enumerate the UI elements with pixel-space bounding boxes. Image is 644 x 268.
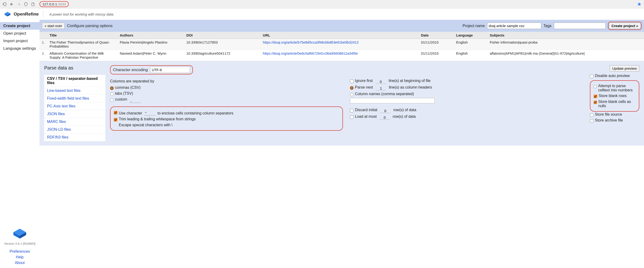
cell-url: https://doaj.org/article/b75e8d5cca3f46c…: [260, 39, 419, 50]
trim-checkbox[interactable]: Trim leading & trailing whitespace from …: [114, 116, 339, 122]
format-line-based[interactable]: Line-based text files: [44, 87, 105, 95]
url-bar[interactable]: 127.0.0.1:3333: [38, 1, 70, 8]
url-host: 127.0.0.1: [42, 2, 57, 6]
cell-url: https://doaj.org/article/0edc5af6672641c…: [260, 50, 419, 61]
data-preview-table: Title Authors DOI URL Date Language Subj…: [40, 32, 644, 61]
discard-initial-checkbox[interactable]: Discard initial row(s) of data: [350, 107, 583, 114]
sidebar-item-open-project[interactable]: Open project: [3, 30, 40, 37]
cell-authors: Flavia Pennini|Angelo Plastino: [117, 39, 184, 50]
page-icon[interactable]: [30, 2, 35, 7]
app-name: OpenRefine: [14, 12, 39, 17]
cell-date: 01/11/2015: [419, 50, 454, 61]
forward-icon[interactable]: [16, 2, 21, 7]
store-archive-checkbox[interactable]: Store archive file: [590, 118, 639, 123]
app-header: OpenRefine A power tool for working with…: [0, 9, 644, 20]
cell-language: English: [454, 50, 487, 61]
col-subjects: Subjects: [487, 32, 644, 39]
store-blank-rows-checkbox[interactable]: Store blank rows: [594, 93, 636, 99]
configure-label: Configure parsing options: [67, 24, 113, 28]
sidebar-item-language-settings[interactable]: Language settings: [3, 45, 40, 52]
ignore-first-checkbox[interactable]: Ignore first line(s) at beginning of fil…: [350, 78, 583, 85]
start-over-button[interactable]: « start over: [42, 23, 65, 29]
format-rdf-n3[interactable]: RDF/N3 files: [44, 134, 105, 141]
parse-options-panel: Parse data as CSV / TSV / separator-base…: [40, 61, 644, 146]
format-json[interactable]: JSON files: [44, 110, 105, 118]
ignore-first-input[interactable]: [376, 80, 386, 84]
back-icon[interactable]: [10, 2, 14, 7]
encoding-input[interactable]: [150, 67, 190, 73]
sep-tabs-radio[interactable]: tabs (TSV): [110, 91, 343, 97]
sidebar-item-import-project[interactable]: Import project: [3, 37, 40, 45]
col-url: URL: [260, 32, 419, 39]
divider: [43, 11, 43, 18]
cell-subjects: Fisher information|quasi-proba: [487, 39, 644, 50]
content: « start over Configure parsing options P…: [40, 20, 644, 146]
cell-authors: Naveed Aslam|Peter C. Wynn: [117, 50, 184, 61]
parse-next-input[interactable]: [376, 86, 386, 90]
load-most-input[interactable]: [380, 115, 390, 120]
table-row: 1. The Fisher Thermodynamics of Quasi-Pr…: [40, 39, 644, 50]
action-bar: « start over Configure parsing options P…: [40, 20, 644, 32]
table-row: 2. Aflatoxin Contamination of the Milk S…: [40, 50, 644, 61]
format-json-ld[interactable]: JSON-LD files: [44, 126, 105, 134]
sep-commas-radio[interactable]: commas (CSV): [110, 85, 343, 91]
bookmark-star-icon[interactable]: ★: [637, 1, 642, 7]
store-blank-cells-checkbox[interactable]: Store blank cells as nulls: [594, 99, 636, 109]
format-list: CSV / TSV / separator-based files Line-b…: [44, 75, 105, 141]
cell-date: 01/11/2015: [419, 39, 454, 50]
load-most-checkbox[interactable]: Load at most row(s) of data: [350, 114, 583, 120]
url-link[interactable]: https://doaj.org/article/0edc5af6672641c…: [263, 51, 358, 55]
cell-language: English: [454, 39, 487, 50]
app-tagline: A power tool for working with messy data…: [50, 12, 114, 16]
format-csv[interactable]: CSV / TSV / separator-based files: [44, 75, 105, 87]
parse-next-radio[interactable]: Parse next line(s) as column headers: [350, 85, 583, 91]
cell-doi: 10.3390/agriculture5041172: [184, 50, 260, 61]
url-port: :3333: [57, 2, 66, 6]
format-pc-axis[interactable]: PC-Axis text files: [44, 102, 105, 110]
sep-custom-input[interactable]: [130, 98, 141, 103]
sidebar-item-create-project[interactable]: Create project: [0, 22, 40, 30]
cell-doi: 10.3390/e17127853: [184, 39, 260, 50]
sidebar: Create project Open project Import proje…: [0, 20, 40, 146]
tags-label: Tags: [544, 24, 552, 28]
project-name-input[interactable]: [487, 23, 541, 29]
col-title: Title: [47, 32, 118, 39]
use-char-checkbox[interactable]: Use character to enclose cells containin…: [114, 109, 339, 116]
sep-custom-radio[interactable]: custom: [110, 97, 343, 104]
reload-icon[interactable]: [2, 2, 7, 7]
disable-auto-preview-checkbox[interactable]: Disable auto preview: [590, 73, 639, 79]
cell-title: The Fisher Thermodynamics of Quasi-Proba…: [47, 39, 118, 50]
format-fixed-width[interactable]: Fixed-width field text files: [44, 95, 105, 102]
create-project-button[interactable]: Create project »: [609, 23, 641, 29]
enclose-char-input[interactable]: [144, 111, 156, 116]
format-marc[interactable]: MARC files: [44, 118, 105, 126]
escape-label: Escape special characters with \: [114, 122, 339, 128]
attempt-parse-checkbox[interactable]: Attempt to parse celltext into numbers: [594, 83, 636, 93]
tags-input[interactable]: [554, 23, 606, 29]
col-language: Language: [454, 32, 487, 39]
cols-separated-label: Columns are separated by: [110, 79, 343, 83]
cell-subjects: aflatoxins|AFM1|AFB1|milk ma (General)|S…: [487, 50, 644, 61]
project-name-label: Project name: [463, 24, 485, 28]
openrefine-logo-icon: [4, 12, 11, 17]
url-link[interactable]: https://doaj.org/article/b75e8d5cca3f46c…: [263, 40, 359, 44]
table-header-row: Title Authors DOI URL Date Language Subj…: [40, 32, 644, 39]
cell-title: Aflatoxin Contamination of the Milk Supp…: [47, 50, 118, 61]
row-num: 1.: [40, 39, 47, 50]
col-names-radio[interactable]: Column names (comma separated): [350, 91, 583, 97]
update-preview-button[interactable]: Update preview: [610, 65, 639, 72]
row-num: 2.: [40, 50, 47, 61]
store-file-source-checkbox[interactable]: Store file source: [590, 112, 639, 118]
col-doi: DOI: [184, 32, 260, 39]
parse-heading: Parse data as: [44, 65, 105, 71]
col-names-input[interactable]: [350, 98, 435, 103]
discard-initial-input[interactable]: [380, 109, 390, 113]
browser-toolbar: 127.0.0.1:3333 ★: [0, 0, 644, 9]
col-date: Date: [419, 32, 454, 39]
shield-icon[interactable]: [24, 2, 28, 7]
col-authors: Authors: [117, 32, 184, 39]
encoding-label: Character encoding: [113, 68, 148, 72]
